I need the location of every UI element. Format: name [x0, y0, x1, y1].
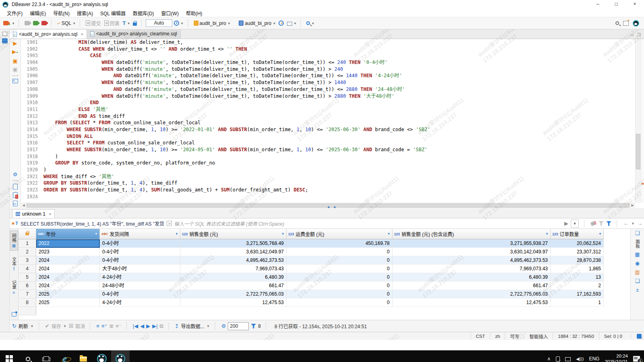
delete-row-icon[interactable]: ≡⁻ — [116, 323, 121, 329]
filter-history-dropdown[interactable]: ▼ — [571, 220, 579, 228]
status-segment-3[interactable]: 智能插入 — [524, 332, 553, 340]
status-segment-5[interactable]: Sel: 0 | 0 — [599, 332, 627, 340]
menu-item-4[interactable]: SQL 编辑器 — [97, 9, 129, 17]
table-cell[interactable]: 3,630,142,049.97 — [180, 248, 287, 256]
table-cell[interactable]: 450,169.78 — [287, 239, 392, 248]
row-number[interactable]: 5 — [19, 273, 36, 282]
vscroll-thumb[interactable] — [636, 134, 640, 169]
table-cell[interactable]: 7,969,073.43 — [392, 265, 551, 273]
database-navigator-icon[interactable] — [2, 38, 8, 43]
table-cell[interactable]: 1 — [551, 298, 604, 307]
column-filter-dropdown-icon[interactable]: ▼ — [175, 232, 178, 236]
first-row-icon[interactable]: |◀ — [133, 323, 138, 329]
custom-filter-icon[interactable] — [599, 221, 604, 226]
table-cell[interactable]: 2025 — [36, 298, 100, 307]
row-number[interactable]: 1 — [19, 239, 36, 248]
table-cell[interactable]: 大于48小时 — [100, 265, 180, 273]
table-cell[interactable]: 1,865 — [551, 265, 604, 273]
table-cell[interactable]: 7,969,073.43 — [180, 265, 287, 273]
nav-forward-icon[interactable]: → — [637, 220, 642, 226]
taskbar-clock[interactable]: 20:242025/10/21 — [605, 353, 628, 362]
table-cell[interactable]: 0 — [287, 298, 392, 307]
table-cell[interactable]: 0-4小时 — [100, 239, 180, 248]
speaker-icon[interactable]: ◀))) — [576, 356, 584, 362]
result-view-tab-0[interactable]: 网格▦ — [10, 230, 18, 251]
minimize-view-icon[interactable]: ▭ — [630, 33, 634, 37]
editor-vertical-scrollbar[interactable] — [635, 39, 641, 203]
aggregate-panel-icon[interactable]: ± — [636, 287, 639, 292]
prev-row-icon[interactable]: ◀ — [140, 323, 144, 329]
filter-input[interactable]: 输入一个 SQL 表达式来过滤结果 (使用 Ctrl+Space) — [174, 220, 562, 227]
code-area[interactable]: 1901 MIN(deliver_time) AS deliver_time_t… — [21, 39, 635, 203]
result-grid[interactable]: ABC年份▼ABC发货间隔▼123销售金额 (元)▼123运费金额 (元)▼12… — [19, 229, 630, 320]
menu-item-3[interactable]: 搜索(A) — [73, 9, 97, 17]
column-header-4[interactable]: 123销售金额 (元) (包含运费)▼ — [392, 229, 551, 239]
reconnect-button[interactable] — [31, 20, 40, 27]
sql-editor-button[interactable]: ⌐SQL — [56, 19, 76, 27]
table-cell[interactable]: 661.47 — [180, 282, 287, 290]
table-cell[interactable]: 3,271,505,768.49 — [180, 239, 287, 248]
explain-plan-icon[interactable]: ▣ — [12, 67, 17, 72]
table-cell[interactable]: 0-4小时 — [100, 290, 180, 298]
connect-button[interactable] — [23, 20, 31, 27]
table-cell[interactable]: 2024 — [36, 273, 100, 282]
column-header-5[interactable]: 123订单数量▼ — [551, 229, 604, 239]
connection-selector[interactable]: audit_bi_pro — [192, 19, 232, 27]
references-panel-icon[interactable]: ❏ — [635, 278, 640, 284]
dashboard-button[interactable] — [277, 19, 285, 27]
table-cell[interactable]: 0 — [287, 273, 392, 282]
table-cell[interactable]: 12,475.53 — [392, 298, 551, 307]
nav-dropdown-icon[interactable]: ▼ — [631, 222, 635, 226]
menu-item-5[interactable]: 数据库(D) — [129, 9, 158, 17]
row-number[interactable]: 7 — [19, 290, 36, 298]
internet-explorer-button[interactable]: e — [56, 350, 74, 362]
settings-gear-icon[interactable]: ⚙ — [13, 172, 18, 177]
commit-mode-select[interactable]: Auto — [146, 19, 172, 27]
column-header-3[interactable]: 123运费金额 (元)▼ — [287, 229, 392, 239]
value-viewer-icon[interactable]: ▦ — [635, 252, 640, 257]
table-cell[interactable]: 2022 — [36, 239, 100, 248]
notifications-icon[interactable] — [637, 334, 642, 339]
restore-panel-icon[interactable] — [2, 32, 7, 36]
refresh-icon[interactable]: ↻ — [12, 323, 17, 329]
panel-settings-icon[interactable]: ❑ — [635, 230, 640, 236]
transaction-log-button[interactable]: T — [121, 19, 131, 27]
result-view-tab-2[interactable]: 记录≡ — [10, 278, 18, 297]
menu-item-7[interactable]: 帮助(H) — [182, 9, 206, 17]
table-cell[interactable]: 0-4小时 — [100, 248, 180, 256]
column-filter-dropdown-icon[interactable]: ▼ — [387, 232, 390, 236]
status-segment-1[interactable]: zh — [490, 332, 505, 340]
table-cell[interactable]: 4-24小时 — [100, 273, 180, 282]
table-cell[interactable]: 3,271,955,938.27 — [392, 239, 551, 248]
quick-search-icon[interactable] — [615, 21, 619, 25]
taskbar-search-button[interactable] — [19, 350, 37, 362]
table-cell[interactable]: 23,307,312 — [551, 248, 604, 256]
tab-close-icon[interactable]: × — [80, 32, 83, 37]
sql-editor[interactable]: ▶ ▶+ ▣ ▣ >_ ⚙ 1901 MIN(deliver_time) AS … — [10, 39, 644, 208]
duplicate-row-icon[interactable]: ≣ — [109, 323, 114, 329]
menu-item-1[interactable]: 编辑(E) — [26, 9, 50, 17]
results-tab[interactable]: unknown 1 × — [12, 209, 55, 218]
table-cell[interactable]: 2024 — [36, 282, 100, 290]
column-header-0[interactable]: ABC年份▼ — [36, 229, 100, 239]
table-cell[interactable]: 20,062,524 — [551, 239, 604, 248]
column-filter-dropdown-icon[interactable]: ▼ — [95, 232, 98, 236]
results-tab-close-icon[interactable]: × — [49, 212, 51, 216]
expand-filter-icon[interactable]: ⇲ — [167, 221, 172, 226]
execute-new-tab-icon[interactable]: ▶+ — [12, 49, 18, 56]
schema-selector[interactable]: audit_bi_pro — [237, 19, 277, 27]
open-result-icon[interactable] — [12, 312, 17, 317]
sql-terminal-icon[interactable]: >_ — [12, 79, 18, 83]
maximize-icon[interactable]: □ — [607, 0, 625, 9]
clear-filter-icon[interactable] — [590, 221, 597, 226]
table-cell[interactable]: 4,895,462,373.53 — [180, 256, 287, 265]
table-cell[interactable]: 0 — [287, 265, 392, 273]
output-button[interactable] — [285, 20, 298, 27]
grouping-panel-icon[interactable]: ◉ — [635, 261, 640, 266]
table-cell[interactable]: 24-48小时 — [100, 282, 180, 290]
commit-button[interactable]: 提交 — [84, 19, 103, 28]
filter-settings-icon[interactable] — [606, 221, 611, 226]
grid-settings-gear-icon[interactable]: ⚙ — [221, 323, 226, 329]
dbeaver-taskbar-button-2[interactable] — [111, 350, 130, 362]
export-button[interactable]: 导出数据... — [181, 323, 204, 329]
